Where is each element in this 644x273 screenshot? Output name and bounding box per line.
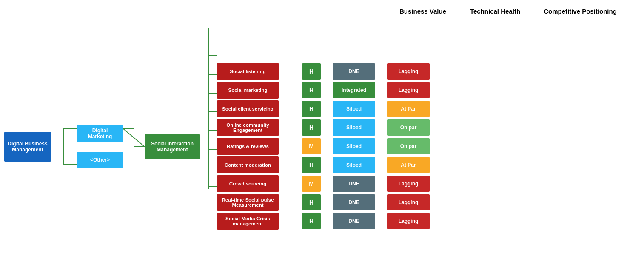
- bv-metric-box: H: [302, 82, 321, 98]
- capability-row: Social listeningHDNELagging: [217, 63, 430, 80]
- bv-metric-box: H: [302, 194, 321, 210]
- mid-sim-connector: [123, 104, 145, 189]
- capability-box: Ratings & reviews: [217, 138, 279, 155]
- capability-box: Online community Engagement: [217, 119, 279, 136]
- bv-metric-box: H: [302, 101, 321, 117]
- capability-box: Social marketing: [217, 82, 279, 99]
- th-metric-box: Siloed: [333, 119, 375, 136]
- sim-caps-connector: [200, 0, 217, 223]
- cp-metric-box: Lagging: [387, 194, 430, 210]
- th-metric-box: Integrated: [333, 82, 375, 98]
- th-metric-box: DNE: [333, 176, 375, 192]
- root-mid-connector: [51, 104, 77, 189]
- capability-row: Ratings & reviewsMSiloedOn par: [217, 138, 430, 155]
- bv-metric-box: H: [302, 157, 321, 173]
- bv-metric-box: H: [302, 63, 321, 80]
- capability-box: Content moderation: [217, 156, 279, 173]
- sim-node: Social Interaction Management: [145, 134, 200, 159]
- cp-metric-box: Lagging: [387, 82, 430, 98]
- cp-metric-box: On par: [387, 138, 430, 154]
- header-competitive-positioning: Competitive Positioning: [533, 8, 627, 17]
- root-node: Digital Business Management: [4, 132, 51, 162]
- cp-metric-box: At Par: [387, 101, 430, 117]
- diagram-area: Digital Business Management Digital Mark…: [0, 20, 644, 273]
- capability-row: Content moderationHSiloedAt Par: [217, 156, 430, 173]
- capability-box: Social Media Crisis management: [217, 213, 279, 230]
- th-metric-box: Siloed: [333, 138, 375, 154]
- capability-row: Social client servicingHSiloedAt Par: [217, 100, 430, 117]
- capability-box: Real-time Social pulse Measurement: [217, 194, 279, 211]
- bv-metric-box: M: [302, 138, 321, 154]
- th-metric-box: DNE: [333, 194, 375, 210]
- header-technical-health: Technical Health: [457, 8, 533, 17]
- mid-item-digital-marketing: Digital Marketing: [77, 125, 123, 142]
- main-container: Business Value Technical Health Competit…: [0, 0, 644, 273]
- cp-metric-box: Lagging: [387, 213, 430, 229]
- header-row: Business Value Technical Health Competit…: [0, 0, 644, 20]
- capabilities-container: Social listeningHDNELaggingSocial market…: [217, 62, 430, 231]
- mid-branch: Digital Marketing <Other>: [77, 125, 123, 168]
- cp-metric-box: Lagging: [387, 176, 430, 192]
- th-metric-box: DNE: [333, 63, 375, 80]
- capability-row: Crowd sourcingMDNELagging: [217, 175, 430, 192]
- capability-row: Online community EngagementHSiloedOn par: [217, 119, 430, 136]
- capability-row: Social Media Crisis managementHDNELaggin…: [217, 213, 430, 230]
- cp-metric-box: Lagging: [387, 63, 430, 80]
- cp-metric-box: On par: [387, 119, 430, 136]
- bv-metric-box: H: [302, 119, 321, 136]
- capability-row: Social marketingHIntegratedLagging: [217, 82, 430, 99]
- cp-metric-box: At Par: [387, 157, 430, 173]
- digital-marketing-node: Digital Marketing: [77, 125, 123, 142]
- other-node: <Other>: [77, 152, 123, 168]
- capability-box: Social listening: [217, 63, 279, 80]
- th-metric-box: DNE: [333, 213, 375, 229]
- capability-box: Crowd sourcing: [217, 175, 279, 192]
- mid-item-other: <Other>: [77, 152, 123, 168]
- header-business-value: Business Value: [389, 8, 457, 17]
- th-metric-box: Siloed: [333, 157, 375, 173]
- bv-metric-box: M: [302, 176, 321, 192]
- bv-metric-box: H: [302, 213, 321, 229]
- capability-box: Social client servicing: [217, 100, 279, 117]
- capability-row: Real-time Social pulse MeasurementHDNELa…: [217, 194, 430, 211]
- th-metric-box: Siloed: [333, 101, 375, 117]
